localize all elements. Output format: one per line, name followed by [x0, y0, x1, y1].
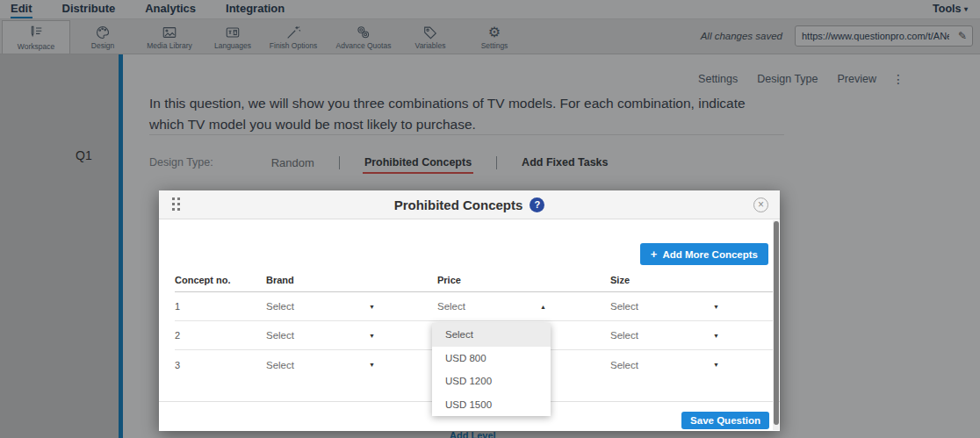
prohibited-concepts-modal: Prohibited Concepts ? × + Add More Conce…: [159, 190, 780, 431]
caret-up-icon: ▲: [540, 304, 546, 310]
size-select[interactable]: Select ▼: [610, 360, 719, 370]
caret-down-icon: ▼: [369, 362, 375, 368]
plus-icon: +: [651, 248, 658, 261]
modal-title: Prohibited Concepts: [394, 197, 523, 212]
caret-down-icon: ▼: [369, 304, 375, 310]
price-dropdown-panel: Select USD 800 USD 1200 USD 1500: [432, 323, 551, 416]
size-select[interactable]: Select ▼: [610, 301, 719, 312]
table-header-row: Concept no. Brand Price Size: [175, 275, 773, 292]
add-more-concepts-button[interactable]: + Add More Concepts: [640, 243, 768, 265]
modal-scrollbar[interactable]: [773, 220, 779, 430]
header-brand: Brand: [266, 275, 437, 291]
modal-header: Prohibited Concepts ? ×: [159, 190, 780, 219]
dropdown-option[interactable]: Select: [432, 323, 551, 347]
drag-handle-icon[interactable]: [172, 197, 180, 211]
dropdown-option[interactable]: USD 800: [432, 347, 551, 370]
table-row: 1 Select ▼ Select ▲ Select ▼: [175, 292, 773, 321]
price-select-open[interactable]: Select ▲: [437, 301, 546, 312]
brand-select[interactable]: Select ▼: [266, 301, 375, 312]
caret-down-icon: ▼: [713, 333, 719, 339]
scrollbar-thumb[interactable]: [774, 221, 779, 425]
close-icon[interactable]: ×: [753, 197, 768, 212]
save-question-button[interactable]: Save Question: [681, 412, 769, 429]
dropdown-option[interactable]: USD 1500: [432, 393, 551, 417]
concept-number: 2: [175, 330, 266, 341]
caret-down-icon: ▼: [369, 333, 375, 339]
header-price: Price: [437, 275, 610, 291]
header-size: Size: [610, 275, 773, 291]
caret-down-icon: ▼: [713, 304, 719, 310]
concept-number: 3: [175, 360, 266, 370]
brand-select[interactable]: Select ▼: [266, 360, 375, 370]
help-icon[interactable]: ?: [530, 197, 544, 212]
brand-select[interactable]: Select ▼: [266, 330, 375, 341]
header-concept-no: Concept no.: [175, 275, 266, 291]
caret-down-icon: ▼: [713, 362, 719, 368]
concept-number: 1: [175, 301, 266, 312]
add-more-concepts-label: Add More Concepts: [662, 249, 758, 260]
size-select[interactable]: Select ▼: [610, 330, 719, 341]
app-window: Edit Distribute Analytics Integration To…: [0, 0, 980, 438]
dropdown-option[interactable]: USD 1200: [432, 370, 551, 393]
